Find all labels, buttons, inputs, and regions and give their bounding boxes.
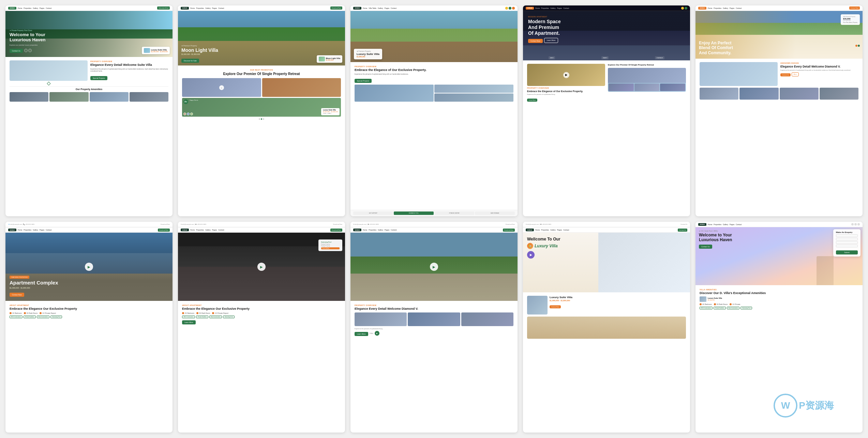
- social-icon-1[interactable]: [24, 49, 28, 52]
- nav-cta-5[interactable]: Contact Now: [849, 6, 860, 10]
- section-btn-7[interactable]: Learn More: [182, 320, 196, 324]
- hero-info-3: ★ Premium Property Luxury Suite Villa $1…: [354, 49, 382, 59]
- property-btn-9[interactable]: Contact Now: [550, 305, 561, 308]
- tag-price-10: $1,900,000: [708, 299, 722, 301]
- feature-10-3: 1X Private: [730, 303, 740, 305]
- section-btn-3[interactable]: Special Projects: [355, 79, 372, 83]
- color-dot-4-2: [685, 7, 687, 10]
- hero-btn-6[interactable]: Contact Now: [10, 293, 24, 297]
- property-row-9: Luxury Suite Villa $1,900,000 - $1,800,0…: [527, 296, 686, 315]
- chip-6-3: New Construction: [37, 316, 50, 318]
- tag-img-2: [319, 57, 325, 61]
- icon-10-2: [854, 223, 857, 225]
- nav-cta-6[interactable]: Download Now: [158, 229, 170, 232]
- hero-btn-orange-4[interactable]: Contact Now: [528, 39, 543, 43]
- nav-cta-7[interactable]: Download Now: [330, 229, 342, 232]
- section-label-6: ABOUT APARTMENT: [10, 304, 168, 306]
- nav-right-8: Download Now: [506, 223, 515, 225]
- mini-img-4-3: [660, 84, 685, 91]
- amenity-1: [10, 92, 48, 102]
- num-badge-2: 25+: [183, 99, 188, 104]
- chip-6-4: Swimming Pool: [50, 316, 62, 318]
- feature-icon-6-1: [10, 312, 12, 314]
- hero-btn-2[interactable]: Discover for Sale: [181, 59, 199, 63]
- hero-italic-9: Luxury Villa: [535, 244, 558, 248]
- property-tag-1: Luxury Suite Villa $1,900,000 - $1,800,0…: [142, 47, 170, 54]
- hero-title-4: Modern SpaceAnd PremiumOf Apartment.: [528, 19, 685, 36]
- menu-overlay-7: Swimming Pool Display Property Display P…: [318, 239, 342, 251]
- body-right-5: UNKNOWN DESIGN Elegance Every Detail Wel…: [780, 62, 858, 86]
- form-input-10-4[interactable]: [836, 245, 858, 247]
- section-text-4: Experience the pinnacle of sophisticated…: [527, 93, 605, 95]
- play-4[interactable]: ▶: [563, 72, 569, 78]
- nav-cta-9[interactable]: Contact Us: [678, 229, 687, 232]
- hero-btn-10[interactable]: Contact Us: [699, 245, 712, 249]
- hero-3: ★ Premium Property Luxury Suite Villa $1…: [350, 11, 518, 62]
- nav-bar2-9: NOBUE Home Properties Gallery Pages Cont…: [523, 227, 690, 233]
- chip-6-1: BCC Construction: [10, 316, 23, 318]
- nav-bar-2: NOBUE Home Properties Gallery Pages Cont…: [178, 5, 345, 11]
- logo-2: NOBUE: [181, 7, 189, 10]
- nav-right-6: Download Now: [161, 223, 170, 225]
- bg-building-10: [817, 256, 834, 285]
- section-text-3: Experience the pinnacle of sophisticated…: [355, 73, 513, 76]
- section-btn-4[interactable]: Learn More: [527, 99, 537, 102]
- video-label-8: Video: [370, 333, 373, 334]
- section-title-6: Embrace the Elegance Our Exclusive Prope…: [10, 307, 168, 311]
- amenity-chips-7: BCC Construction Private Facilities New …: [182, 316, 341, 318]
- color-dot-3-3: [512, 7, 515, 10]
- hero-breadcrumb-1: ✦ Private Property First Class: [10, 29, 168, 31]
- form-input-10-2[interactable]: [836, 238, 858, 240]
- hero-text-5: Enjoy An PerfectBlend Of ComfortAnd Comm…: [695, 37, 863, 59]
- prev-btn-2[interactable]: ‹: [219, 85, 224, 90]
- section-text-8: Experience the pinnacle of sophisticated…: [355, 328, 513, 330]
- nav-cta-1[interactable]: Schedule A Visit: [157, 6, 170, 10]
- section-label-10: VILLA AMENITIES: [700, 289, 858, 291]
- menu-btn-7[interactable]: Team Gallery: [321, 247, 340, 249]
- feature-icon-7-1: [182, 312, 184, 314]
- card-10: NOBUE Home Properties Gallery Pages Cont…: [695, 222, 863, 433]
- body-two-col-4: ▶ PROPERTY OVERVIEW Embrace the Elegance…: [527, 64, 686, 102]
- hero-title-10: Welcome to YourLuxurious Haven: [699, 233, 732, 243]
- chip-7-3: New Construction: [209, 316, 222, 318]
- property-img-1: [10, 60, 88, 81]
- play-btn-6[interactable]: ▶: [85, 263, 93, 271]
- btns-8: Learn More Video ▶: [355, 331, 513, 336]
- play-btn-8[interactable]: ▶: [430, 263, 438, 271]
- hero-btns-4: Contact Now Learn More: [528, 38, 685, 43]
- card-body-5: UNKNOWN DESIGN Elegance Every Detail Wel…: [695, 59, 863, 216]
- hero-btn-outline-4[interactable]: Learn More: [544, 38, 558, 43]
- hero-text-9: Wellcome To Our 🏡 Luxury Villa ▶: [527, 237, 560, 259]
- card-body-6: ABOUT APARTMENT Embrace the Elegance Our…: [5, 301, 173, 433]
- btn-more-5[interactable]: More: [792, 72, 799, 76]
- btn-orange-5[interactable]: Contact Us: [780, 73, 791, 76]
- play-btn-9[interactable]: ▶: [527, 251, 535, 259]
- nav-cta-8[interactable]: Download Now: [503, 229, 515, 232]
- section-label-3: PROPERTY OVERVIEW: [355, 65, 513, 68]
- nav-cta-2[interactable]: Download Now: [330, 6, 342, 10]
- chip-10-2: Private Facilities: [714, 307, 725, 309]
- btn-green-8[interactable]: Learn More: [355, 332, 368, 336]
- menu-title-7: Swimming Pool: [321, 241, 340, 243]
- section-title-4: Embrace the Elegance of Our Exclusive Pr…: [527, 90, 605, 93]
- social-icon-2[interactable]: [28, 49, 32, 52]
- property-imgs-4: [608, 68, 686, 92]
- section-title-2: Explore Our Premier Of Single Property R…: [182, 72, 341, 76]
- hero-overlay-2: ★ Premium Property Moon Light Villa $1,9…: [181, 45, 218, 63]
- nav-links-7: Home Properties Gallery Pages Content: [190, 229, 329, 231]
- form-input-10-3[interactable]: [836, 241, 858, 244]
- hero-btn-1[interactable]: Contact Us: [10, 49, 23, 53]
- section-btn-1[interactable]: Special Projects: [90, 76, 107, 80]
- nav-bar-7: ✉ info@example.com | ☎ +353-012-3465 Dow…: [178, 222, 345, 227]
- section-label-1: PROPERTY OVERVIEW: [90, 60, 168, 62]
- nav-icons-4: [681, 7, 687, 10]
- hero-sub-1: Explore our premier luxury properties: [10, 44, 168, 46]
- body-right-4: Explore Our Premier Of Single Property R…: [608, 64, 686, 102]
- video-play-8[interactable]: ▶: [375, 331, 379, 336]
- hero-4: MODERN APARTMENT Modern SpaceAnd Premium…: [523, 11, 690, 60]
- form-submit-10[interactable]: Submit: [836, 250, 858, 254]
- play-btn-7[interactable]: ▶: [257, 263, 266, 271]
- form-input-10-1[interactable]: [836, 234, 858, 237]
- mini-img-4-1: [609, 84, 634, 91]
- feature-icon-10-2: [714, 303, 716, 305]
